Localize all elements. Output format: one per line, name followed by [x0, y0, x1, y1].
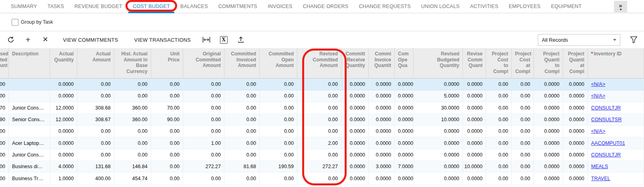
- cell-project-quantity-at-completion[interactable]: 0.0000: [563, 161, 588, 172]
- cell-unit-price[interactable]: 0.00: [151, 90, 183, 102]
- grid-row-5[interactable]: 000.00000.000.000.000.000.000.000.000.00…: [0, 126, 644, 137]
- cell-actual-quantity[interactable]: 0.0000: [50, 126, 77, 137]
- tab-overflow-button[interactable]: »: [614, 1, 627, 12]
- cell-project-quantity-to-complete[interactable]: 0.0000: [534, 137, 563, 148]
- cell-inventory-id[interactable]: CONSULTJR: [588, 102, 644, 114]
- cell-unit-price[interactable]: 0.00: [151, 126, 183, 137]
- cell-clipped-budgeted-amount[interactable]: 00: [0, 173, 9, 184]
- cell-original-committed-amount[interactable]: 0.00: [183, 149, 224, 161]
- cell-project-cost-to-complete[interactable]: 0.00: [486, 161, 512, 172]
- cell-committed-invoiced-quantity[interactable]: 3.0000: [369, 161, 395, 172]
- cell-committed-invoiced-quantity[interactable]: 0.0000: [369, 173, 395, 184]
- upload-button[interactable]: [236, 35, 246, 45]
- cell-hist-actual-amount-in-base-currency[interactable]: 360.00: [114, 114, 151, 125]
- column-header-hist-actual-amount-in-base-currency[interactable]: Hist. ActualAmount inBaseCurrency: [114, 48, 151, 78]
- cell-committed-received-quantity[interactable]: 0.0000: [341, 90, 369, 102]
- tab-employees[interactable]: EMPLOYEES: [504, 0, 546, 13]
- cell-committed-invoiced-quantity[interactable]: 0.0000: [369, 137, 395, 148]
- grid-row-7[interactable]: 00Junior Cons…0.00000.000.000.000.000.00…: [0, 149, 644, 161]
- cell-hist-actual-amount-in-base-currency[interactable]: 0.00: [114, 90, 151, 102]
- cell-inventory-id[interactable]: AACOMPUT01: [588, 137, 644, 148]
- cell-actual-quantity[interactable]: 0.0000: [50, 149, 77, 161]
- cell-actual-quantity[interactable]: 12.0000: [50, 102, 77, 114]
- cell-original-committed-amount[interactable]: 0.00: [183, 126, 224, 137]
- cell-inventory-id[interactable]: CONSULTSR: [588, 114, 644, 125]
- cell-project-cost-at-completion[interactable]: 0.00: [512, 90, 534, 102]
- cell-revised-committed-quantity[interactable]: 0.0000: [463, 126, 486, 137]
- cell-committed-open-quantity[interactable]: 0.0000: [395, 173, 414, 184]
- cell-description[interactable]: Business di…: [9, 161, 50, 172]
- tab-balances[interactable]: BALANCES: [175, 0, 213, 13]
- cell-committed-received-quantity[interactable]: 0.0000: [341, 161, 369, 172]
- cell-project-cost-at-completion[interactable]: 0.00: [512, 173, 534, 184]
- cell-committed-open-amount[interactable]: 0.00: [260, 79, 297, 90]
- cell-project-cost-to-complete[interactable]: 0.00: [486, 114, 512, 125]
- cell-revised-committed-quantity[interactable]: 0.0000: [463, 149, 486, 161]
- column-header-actual-quantity[interactable]: ActualQuantity: [50, 48, 77, 78]
- cell-revised-budgeted-quantity[interactable]: 0.0000: [414, 137, 463, 148]
- cell-project-cost-to-complete[interactable]: 0.00: [486, 102, 512, 114]
- cell-revised-committed-amount[interactable]: 0.00: [297, 126, 341, 137]
- cell-description[interactable]: Junior Cons…: [9, 149, 50, 161]
- cell-actual-quantity[interactable]: 1.0000: [50, 173, 77, 184]
- cell-committed-open-quantity[interactable]: 0.0000: [395, 79, 414, 90]
- column-header-actual-amount[interactable]: ActualAmount: [77, 48, 114, 78]
- cell-revised-budgeted-quantity[interactable]: 0.0000: [414, 149, 463, 161]
- cell-revised-committed-quantity[interactable]: 0.0000: [463, 102, 486, 114]
- cell-committed-invoiced-quantity[interactable]: 0.0000: [369, 102, 395, 114]
- cell-original-committed-amount[interactable]: 0.00: [183, 90, 224, 102]
- cell-clipped-budgeted-amount[interactable]: 00: [0, 90, 9, 102]
- cell-clipped-budgeted-amount[interactable]: 00: [0, 137, 9, 148]
- cell-revised-budgeted-quantity[interactable]: 0.0000: [414, 79, 463, 90]
- cell-project-cost-at-completion[interactable]: 0.00: [512, 102, 534, 114]
- cell-project-quantity-at-completion[interactable]: 0.0000: [563, 126, 588, 137]
- inventory-id-link[interactable]: CONSULTJR: [591, 105, 621, 111]
- inventory-id-link[interactable]: MEALS: [591, 164, 608, 169]
- grid-row-6[interactable]: 00Acer Laptop…0.00000.000.000.001.000.00…: [0, 137, 644, 149]
- cell-project-cost-at-completion[interactable]: 0.00: [512, 79, 534, 90]
- cell-description[interactable]: Junior Cons…: [9, 102, 50, 114]
- cell-project-quantity-to-complete[interactable]: 0.0000: [534, 79, 563, 90]
- delete-row-button[interactable]: ✕: [40, 35, 50, 45]
- cell-actual-amount[interactable]: 0.00: [77, 90, 114, 102]
- cell-clipped-budgeted-amount[interactable]: 00: [0, 126, 9, 137]
- cell-committed-invoiced-amount[interactable]: 81.68: [224, 161, 260, 172]
- cell-inventory-id[interactable]: <N/A>: [588, 90, 644, 102]
- cell-committed-invoiced-quantity[interactable]: 0.0000: [369, 79, 395, 90]
- cell-clipped-budgeted-amount[interactable]: 70: [0, 102, 9, 114]
- cell-project-cost-to-complete[interactable]: 0.00: [486, 126, 512, 137]
- cell-project-cost-to-complete[interactable]: 0.00: [486, 173, 512, 184]
- cell-committed-open-amount[interactable]: 0.00: [260, 114, 297, 125]
- cell-committed-open-quantity[interactable]: 0.0000: [395, 114, 414, 125]
- cell-revised-budgeted-quantity[interactable]: 0.0000: [414, 173, 463, 184]
- cell-clipped-budgeted-amount[interactable]: 00: [0, 161, 9, 172]
- cell-revised-committed-quantity[interactable]: 0.0000: [463, 90, 486, 102]
- inventory-id-link[interactable]: AACOMPUT01: [591, 140, 625, 146]
- tab-tasks[interactable]: TASKS: [42, 0, 69, 13]
- cell-committed-invoiced-amount[interactable]: 0.00: [224, 90, 260, 102]
- cell-project-cost-at-completion[interactable]: 0.00: [512, 161, 534, 172]
- cell-unit-price[interactable]: 90.00: [151, 114, 183, 125]
- cell-hist-actual-amount-in-base-currency[interactable]: 0.00: [114, 137, 151, 148]
- tab-commitments[interactable]: COMMITMENTS: [213, 0, 262, 13]
- cell-original-committed-amount[interactable]: 0.00: [183, 102, 224, 114]
- cell-original-committed-amount[interactable]: 0.00: [183, 114, 224, 125]
- cell-project-cost-to-complete[interactable]: 0.00: [486, 90, 512, 102]
- column-header-unit-price[interactable]: UnitPrice: [151, 48, 183, 78]
- tab-invoices[interactable]: INVOICES: [262, 0, 298, 13]
- inventory-id-link[interactable]: CONSULTJR: [591, 152, 621, 158]
- cell-description[interactable]: Business Tr…: [9, 173, 50, 184]
- cell-committed-open-amount[interactable]: 190.59: [260, 161, 297, 172]
- cell-description[interactable]: [9, 90, 50, 102]
- tab-change-requests[interactable]: CHANGE REQUESTS: [353, 0, 416, 13]
- column-header-description[interactable]: Description: [9, 48, 50, 78]
- cell-description[interactable]: [9, 126, 50, 137]
- cell-revised-committed-amount[interactable]: 0.00: [297, 79, 341, 90]
- cell-hist-actual-amount-in-base-currency[interactable]: 360.00: [114, 102, 151, 114]
- tab-union-locals[interactable]: UNION LOCALS: [416, 0, 465, 13]
- column-header-project-quantity-to-complete[interactable]: ProjectQuantitoCompl: [534, 48, 563, 78]
- cell-original-committed-amount[interactable]: 1.00: [183, 137, 224, 148]
- cell-committed-invoiced-amount[interactable]: 0.00: [224, 149, 260, 161]
- cell-committed-invoiced-amount[interactable]: 0.00: [224, 79, 260, 90]
- cell-committed-open-amount[interactable]: 0.00: [260, 126, 297, 137]
